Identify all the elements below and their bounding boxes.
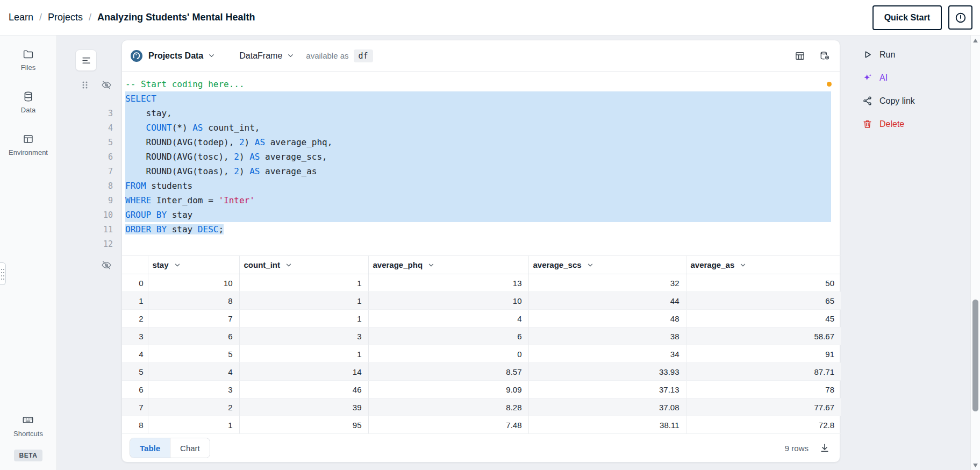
table-view-icon[interactable] — [795, 51, 805, 61]
cell: 39 — [239, 398, 368, 416]
hide-output-button[interactable] — [101, 260, 112, 270]
cell-header: Projects Data DataFrame available as df — [122, 40, 840, 72]
code-line[interactable]: -- Start coding here... — [125, 77, 831, 91]
code-line[interactable] — [125, 237, 831, 251]
code-line[interactable]: stay, — [125, 106, 831, 120]
column-label: average_as — [691, 260, 735, 269]
code-line[interactable]: FROM students — [125, 179, 831, 193]
code-line[interactable]: COUNT(*) AS count_int, — [125, 120, 831, 135]
table-row[interactable]: 36363858.67 — [122, 327, 841, 345]
cell: 6 — [148, 327, 239, 345]
code-line[interactable]: SELECT — [125, 91, 831, 106]
run-button[interactable]: Run — [862, 43, 970, 66]
data-source-dropdown[interactable]: Projects Data — [148, 51, 216, 61]
table-row[interactable]: 181104465 — [122, 292, 841, 310]
table-row[interactable]: 0101133250 — [122, 274, 841, 292]
breadcrumb: Learn / Projects / Analyzing Students' M… — [9, 12, 255, 23]
cell: 10 — [368, 292, 528, 310]
panel-drag-handle[interactable] — [0, 262, 6, 285]
column-header-average_phq[interactable]: average_phq — [368, 256, 528, 274]
table-row[interactable]: 63469.0937.1378 — [122, 381, 841, 398]
table-row[interactable]: 54148.5733.9387.71 — [122, 363, 841, 381]
result-body: 01011332501811044652714484536363858.6745… — [122, 274, 841, 434]
sidebar-item-data[interactable]: Data — [21, 91, 35, 114]
tab-table[interactable]: Table — [130, 438, 170, 458]
breadcrumb-separator: / — [89, 12, 91, 23]
scrollbar-track[interactable] — [971, 45, 980, 460]
left-sidebar: Files Data Environment Shortcuts BETA — [0, 35, 57, 470]
scrollbar-thumb[interactable] — [972, 300, 978, 411]
line-number: 11 — [87, 223, 113, 237]
scroll-down-arrow[interactable] — [971, 460, 980, 470]
quick-start-button[interactable]: Quick Start — [872, 5, 942, 30]
trash-icon — [862, 119, 872, 129]
cell: 46 — [239, 381, 368, 398]
cell: 10 — [148, 274, 239, 292]
row-index-cell: 2 — [122, 310, 148, 327]
code-line[interactable]: ROUND(AVG(todep), 2) AS average_phq, — [125, 135, 831, 149]
workspace: Files Data Environment Shortcuts BETA — [0, 35, 980, 470]
table-row[interactable]: 45103491 — [122, 345, 841, 363]
code-line[interactable]: ORDER BY stay DESC; — [125, 222, 831, 237]
column-header-average_as[interactable]: average_as — [686, 256, 841, 274]
keyboard-icon — [22, 414, 34, 426]
row-index-cell: 6 — [122, 381, 148, 398]
cell-list-button[interactable] — [75, 49, 97, 71]
sql-cell: Projects Data DataFrame available as df … — [121, 40, 840, 462]
code-line[interactable]: ROUND(AVG(tosc), 2) AS average_scs, — [125, 149, 831, 164]
chevron-down-icon — [174, 261, 181, 269]
line-number: 10 — [87, 208, 113, 223]
help-button[interactable] — [948, 5, 972, 30]
line-number: 4 — [87, 121, 113, 136]
tab-chart[interactable]: Chart — [170, 438, 210, 458]
cell: 58.67 — [686, 327, 841, 345]
ai-button[interactable]: AI — [862, 66, 970, 89]
column-header-count_int[interactable]: count_int — [239, 256, 368, 274]
sidebar-item-shortcuts[interactable]: Shortcuts — [13, 414, 43, 438]
sidebar-item-environment[interactable]: Environment — [9, 133, 48, 156]
cell: 4 — [148, 363, 239, 381]
download-icon[interactable] — [819, 443, 830, 453]
vertical-scrollbar[interactable] — [970, 35, 980, 470]
line-number: 7 — [87, 165, 113, 179]
column-header-stay[interactable]: stay — [148, 256, 239, 274]
code-line[interactable]: GROUP BY stay — [125, 208, 831, 222]
line-number — [87, 92, 113, 106]
cell: 37.13 — [528, 381, 686, 398]
data-connection-icon[interactable] — [819, 51, 830, 61]
breadcrumb-projects[interactable]: Projects — [48, 12, 83, 23]
breadcrumb-separator: / — [39, 12, 42, 23]
copy-link-button[interactable]: Copy link — [862, 89, 970, 112]
breadcrumb-learn[interactable]: Learn — [9, 12, 33, 23]
cell: 3 — [239, 327, 368, 345]
action-label: Copy link — [879, 96, 915, 106]
row-index-cell: 4 — [122, 345, 148, 363]
output-view-toggle: Table Chart — [130, 438, 210, 458]
cell: 1 — [148, 416, 239, 434]
table-row[interactable]: 72398.2837.0877.67 — [122, 398, 841, 416]
play-icon — [862, 49, 872, 60]
sidebar-item-files[interactable]: Files — [21, 48, 35, 72]
line-number: 5 — [87, 136, 113, 150]
cell: 6 — [368, 327, 528, 345]
code-line[interactable]: WHERE Inter_dom = 'Inter' — [125, 193, 831, 208]
table-row[interactable]: 27144845 — [122, 310, 841, 327]
table-row[interactable]: 81957.4838.1172.8 — [122, 416, 841, 434]
cell: 1 — [239, 274, 368, 292]
dataframe-variable-chip: df — [354, 49, 373, 62]
sql-editor[interactable]: -- Start coding here...SELECT stay, COUN… — [122, 72, 840, 255]
row-index-cell: 1 — [122, 292, 148, 310]
column-header-average_scs[interactable]: average_scs — [528, 256, 686, 274]
code-line[interactable]: ROUND(AVG(toas), 2) AS average_as — [125, 164, 831, 179]
action-label: Run — [879, 50, 895, 60]
cell: 95 — [239, 416, 368, 434]
cell: 1 — [239, 310, 368, 327]
output-type-dropdown[interactable]: DataFrame — [239, 51, 295, 61]
chevron-down-icon — [586, 261, 594, 269]
drag-dots-icon — [1, 268, 5, 280]
delete-button[interactable]: Delete — [862, 112, 970, 136]
scroll-up-arrow[interactable] — [971, 35, 980, 45]
share-icon — [862, 96, 872, 106]
row-index-cell: 7 — [122, 398, 148, 416]
row-index-cell: 3 — [122, 327, 148, 345]
